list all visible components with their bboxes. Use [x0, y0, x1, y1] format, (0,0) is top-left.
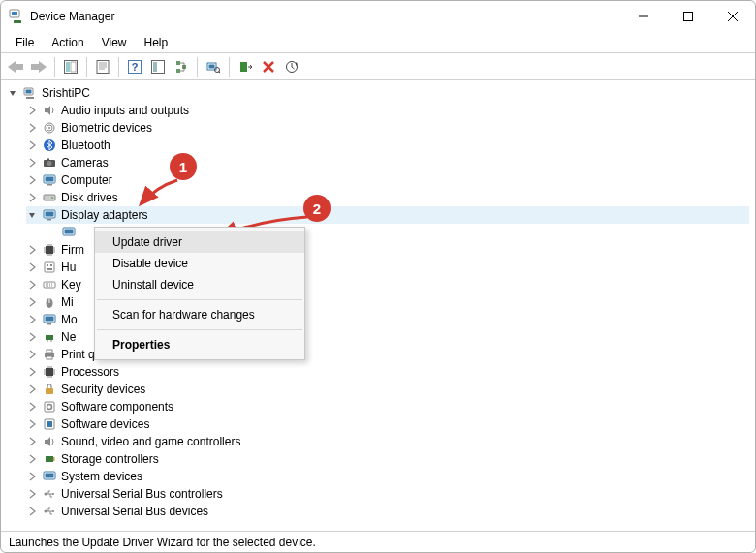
- svg-rect-45: [44, 282, 55, 288]
- category-usb-devices[interactable]: Universal Serial Bus devices: [26, 503, 749, 520]
- chevron-right-icon[interactable]: [26, 174, 38, 186]
- usb-icon: [42, 504, 57, 519]
- tree-area: SrishtiPC Audio inputs and outputs Biome…: [1, 80, 755, 531]
- view-button[interactable]: [147, 56, 169, 77]
- computer-root-icon: [22, 85, 38, 101]
- chevron-right-icon[interactable]: [26, 471, 38, 482]
- software-component-icon: [42, 399, 57, 415]
- update-driver-toolbar-button[interactable]: [281, 56, 302, 77]
- show-hide-tree-button[interactable]: [60, 56, 81, 77]
- chevron-right-icon[interactable]: [26, 314, 38, 325]
- category-audio[interactable]: Audio inputs and outputs: [26, 102, 749, 119]
- svg-point-65: [52, 493, 54, 495]
- enable-device-toolbar-button[interactable]: [235, 56, 256, 77]
- svg-rect-33: [44, 195, 55, 200]
- devices-by-connection-button[interactable]: [171, 56, 192, 77]
- chevron-down-icon[interactable]: [26, 209, 38, 221]
- svg-rect-11: [153, 62, 157, 72]
- menu-help[interactable]: Help: [136, 34, 177, 51]
- sound-icon: [42, 434, 57, 449]
- context-separator: [97, 329, 302, 330]
- security-icon: [42, 382, 57, 397]
- svg-rect-29: [47, 159, 49, 161]
- svg-rect-6: [71, 62, 76, 72]
- uninstall-device-toolbar-button[interactable]: [258, 56, 279, 77]
- category-usb-controllers[interactable]: Universal Serial Bus controllers: [26, 485, 749, 503]
- back-button[interactable]: [5, 56, 26, 77]
- chevron-right-icon[interactable]: [26, 349, 38, 360]
- processor-icon: [42, 364, 57, 380]
- svg-rect-21: [26, 90, 32, 94]
- forward-button[interactable]: [28, 56, 49, 77]
- category-storage[interactable]: Storage controllers: [26, 450, 749, 468]
- chevron-right-icon[interactable]: [26, 157, 38, 169]
- category-software-devices[interactable]: Software devices: [26, 415, 749, 433]
- category-biometric[interactable]: Biometric devices: [26, 119, 749, 137]
- category-cameras[interactable]: Cameras: [26, 154, 749, 171]
- help-toolbar-button[interactable]: ?: [124, 56, 145, 77]
- printer-icon: [42, 347, 57, 362]
- menu-action[interactable]: Action: [43, 34, 92, 51]
- svg-rect-39: [65, 230, 74, 234]
- svg-rect-60: [46, 456, 53, 462]
- chevron-right-icon[interactable]: [26, 331, 38, 343]
- scan-hardware-toolbar-button[interactable]: [203, 56, 224, 77]
- window-title: Device Manager: [30, 10, 114, 23]
- chevron-right-icon[interactable]: [26, 366, 38, 378]
- svg-rect-1: [12, 12, 17, 15]
- chevron-right-icon[interactable]: [26, 192, 38, 203]
- svg-rect-13: [176, 69, 180, 73]
- annotation-1-circle: 1: [170, 153, 197, 180]
- svg-rect-2: [14, 20, 21, 23]
- chevron-right-icon[interactable]: [26, 261, 38, 273]
- chevron-right-icon[interactable]: [26, 384, 38, 395]
- svg-point-25: [48, 127, 50, 129]
- menu-file[interactable]: File: [7, 34, 43, 51]
- svg-rect-55: [46, 388, 53, 394]
- maximize-button[interactable]: [666, 1, 710, 32]
- chevron-right-icon[interactable]: [26, 436, 38, 447]
- svg-rect-43: [50, 264, 52, 266]
- chevron-right-icon[interactable]: [26, 279, 38, 291]
- context-scan-hardware[interactable]: Scan for hardware changes: [95, 304, 304, 325]
- context-update-driver[interactable]: Update driver: [95, 231, 304, 253]
- svg-rect-48: [46, 317, 54, 322]
- svg-rect-16: [209, 64, 215, 68]
- chevron-right-icon[interactable]: [26, 418, 38, 430]
- chevron-right-icon[interactable]: [26, 401, 38, 413]
- titlebar: Device Manager: [1, 1, 755, 32]
- chevron-right-icon[interactable]: [26, 296, 38, 308]
- category-sound[interactable]: Sound, video and game controllers: [26, 433, 749, 450]
- svg-rect-32: [47, 184, 52, 186]
- software-device-icon: [42, 416, 57, 432]
- chevron-right-icon[interactable]: [26, 506, 38, 517]
- annotation-2-circle: 2: [303, 195, 331, 222]
- menu-view[interactable]: View: [93, 34, 136, 51]
- chevron-right-icon[interactable]: [26, 488, 38, 500]
- context-uninstall-device[interactable]: Uninstall device: [95, 274, 304, 295]
- chevron-down-icon[interactable]: [7, 87, 18, 99]
- chevron-right-icon[interactable]: [26, 453, 38, 465]
- category-bluetooth[interactable]: Bluetooth: [26, 137, 749, 154]
- tree-root-node[interactable]: SrishtiPC: [7, 84, 749, 102]
- category-system-devices[interactable]: System devices: [26, 468, 749, 485]
- statusbar: Launches the Update Driver Wizard for th…: [1, 531, 755, 552]
- chevron-right-icon[interactable]: [26, 244, 38, 256]
- chevron-right-icon[interactable]: [26, 139, 38, 151]
- chevron-right-icon[interactable]: [26, 122, 38, 134]
- category-software-components[interactable]: Software components: [26, 398, 749, 415]
- properties-toolbar-button[interactable]: [92, 56, 113, 77]
- usb-icon: [42, 486, 57, 502]
- minimize-button[interactable]: [621, 1, 666, 32]
- context-properties[interactable]: Properties: [95, 334, 304, 355]
- category-processors[interactable]: Processors: [26, 363, 749, 381]
- context-disable-device[interactable]: Disable device: [95, 253, 304, 274]
- chevron-right-icon[interactable]: [26, 105, 38, 116]
- close-button[interactable]: [710, 1, 755, 32]
- svg-text:?: ?: [132, 61, 139, 73]
- camera-icon: [42, 155, 57, 170]
- svg-rect-22: [26, 97, 34, 99]
- category-security[interactable]: Security devices: [26, 381, 749, 398]
- context-menu: Update driver Disable device Uninstall d…: [94, 227, 305, 360]
- svg-rect-59: [47, 421, 52, 427]
